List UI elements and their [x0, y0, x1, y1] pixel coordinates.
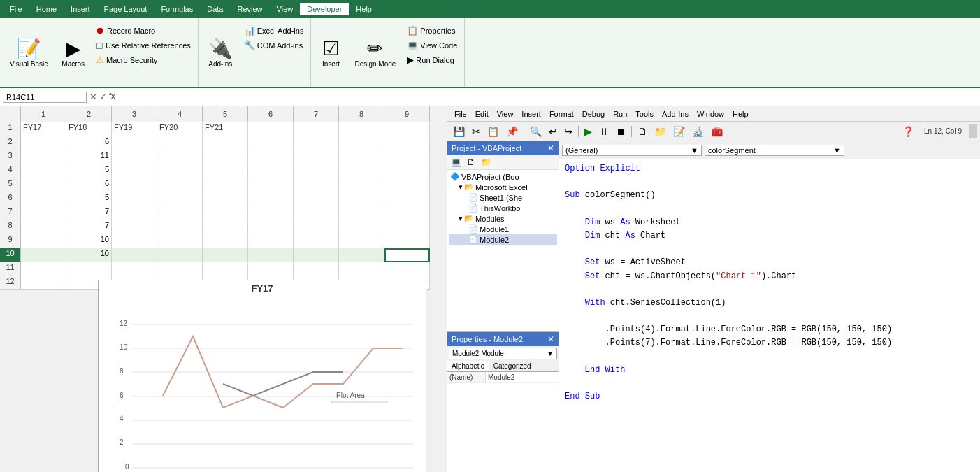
cell[interactable]	[21, 164, 66, 178]
cell[interactable]	[112, 164, 157, 178]
vbe-icon-run[interactable]: ▶	[582, 124, 595, 138]
cell[interactable]	[21, 234, 66, 248]
vbe-icon-redo[interactable]: ↪	[561, 124, 575, 138]
insert-function-icon[interactable]: fx	[109, 92, 115, 102]
record-macro-button[interactable]: ⏺ Record Macro	[93, 24, 194, 37]
chart-container[interactable]: FY17 12 10 8 6 4 2 0	[98, 280, 426, 472]
cell[interactable]	[203, 220, 248, 234]
cell[interactable]: 10	[66, 234, 112, 248]
cell[interactable]	[21, 150, 66, 164]
cell[interactable]	[384, 192, 430, 206]
properties-close[interactable]: ✕	[547, 334, 554, 344]
cell[interactable]	[21, 136, 66, 150]
cell[interactable]	[248, 234, 294, 248]
cell[interactable]	[248, 150, 294, 164]
cell[interactable]	[203, 178, 248, 192]
view-code-button[interactable]: 💻 View Code	[404, 38, 460, 52]
cell[interactable]	[203, 248, 248, 262]
excel-addins-button[interactable]: 📊 Excel Add-ins	[241, 24, 307, 37]
confirm-formula-icon[interactable]: ✓	[99, 92, 107, 102]
com-addins-button[interactable]: 🔧 COM Add-ins	[241, 38, 307, 52]
vbe-icon-paste[interactable]: 📌	[503, 124, 521, 138]
cell[interactable]	[339, 192, 384, 206]
name-box[interactable]	[3, 92, 87, 103]
vbe-menu-item-format[interactable]: Format	[545, 108, 578, 120]
prop-val-name[interactable]: Module2	[486, 372, 559, 382]
cell[interactable]	[203, 234, 248, 248]
vbe-icon-reset[interactable]: ⏹	[613, 124, 628, 138]
cell[interactable]	[66, 262, 112, 276]
vbe-icon-cut[interactable]: ✂	[469, 124, 483, 138]
tree-module2-node[interactable]: 📄 Module2	[449, 234, 557, 245]
cell[interactable]	[112, 178, 157, 192]
add-ins-button[interactable]: 🔌 Add-ins	[203, 21, 238, 84]
cell[interactable]	[248, 248, 294, 262]
cell[interactable]	[157, 206, 203, 220]
cell[interactable]	[248, 206, 294, 220]
cell[interactable]	[157, 150, 203, 164]
vbe-menu-item-edit[interactable]: Edit	[471, 108, 493, 120]
cell[interactable]	[21, 248, 66, 262]
view-code-tree-btn[interactable]: 💻	[449, 157, 463, 168]
tab-help[interactable]: Help	[349, 3, 379, 15]
vbe-icon-project[interactable]: 📁	[651, 124, 669, 138]
cell[interactable]	[294, 122, 339, 136]
cell[interactable]	[339, 220, 384, 234]
insert-control-button[interactable]: ☑ Insert	[315, 21, 346, 84]
properties-dropdown-row[interactable]: Module2 Module ▼	[449, 348, 557, 359]
cell[interactable]	[339, 178, 384, 192]
col-header-10[interactable]: 10	[430, 106, 447, 122]
cell[interactable]	[384, 220, 430, 234]
vbe-icon-copy[interactable]: 📋	[484, 124, 502, 138]
cell[interactable]	[294, 206, 339, 220]
cell[interactable]	[203, 206, 248, 220]
vbe-icon-undo[interactable]: ↩	[546, 124, 560, 138]
cell[interactable]	[294, 262, 339, 276]
vbe-icon-objbrowser[interactable]: 🔬	[689, 124, 707, 138]
macro-security-button[interactable]: ⚠ Macro Security	[93, 53, 194, 66]
cell[interactable]	[112, 248, 157, 262]
tree-ms-excel-node[interactable]: ▾ 📂 Microsoft Excel	[449, 182, 557, 192]
cell[interactable]	[112, 136, 157, 150]
properties-button[interactable]: 📋 Properties	[404, 24, 460, 37]
macros-button[interactable]: ▶ Macros	[56, 21, 90, 84]
general-dropdown[interactable]: (General) ▼	[562, 145, 702, 156]
cell[interactable]	[21, 178, 66, 192]
cell[interactable]	[384, 262, 430, 276]
cell[interactable]	[248, 136, 294, 150]
cell[interactable]	[21, 262, 66, 276]
cell[interactable]: 5	[66, 192, 112, 206]
tab-alphabetic[interactable]: Alphabetic	[447, 361, 489, 371]
cell[interactable]: 10	[66, 248, 112, 262]
cell[interactable]: FY21	[203, 122, 248, 136]
cell[interactable]	[384, 206, 430, 220]
formula-input[interactable]	[118, 93, 977, 101]
cell[interactable]	[157, 262, 203, 276]
cell[interactable]	[21, 206, 66, 220]
vbe-icon-help[interactable]: ❓	[900, 124, 917, 138]
cell[interactable]	[384, 178, 430, 192]
vbe-menu-item-addins[interactable]: Add-Ins	[658, 108, 693, 120]
cell[interactable]: 7	[66, 206, 112, 220]
col-header-2[interactable]: 2	[66, 106, 112, 122]
cell[interactable]	[294, 248, 339, 262]
cell[interactable]: FY20	[157, 122, 203, 136]
cell[interactable]	[294, 234, 339, 248]
tree-root-node[interactable]: 🔷 VBAProject (Boo	[449, 171, 557, 182]
vbe-icon-save[interactable]: 💾	[450, 124, 468, 138]
cell[interactable]	[203, 136, 248, 150]
cell[interactable]	[384, 164, 430, 178]
view-object-tree-btn[interactable]: 🗋	[465, 157, 477, 168]
cell[interactable]	[294, 164, 339, 178]
cell[interactable]	[384, 234, 430, 248]
vbe-icon-properties-win[interactable]: 📝	[670, 124, 688, 138]
cell[interactable]	[248, 220, 294, 234]
code-content[interactable]: Option Explicit Sub colorSegment() Dim w…	[559, 159, 980, 472]
tree-modules-node[interactable]: ▾ 📂 Modules	[449, 213, 557, 224]
cell[interactable]	[157, 192, 203, 206]
cell[interactable]	[112, 220, 157, 234]
tab-view[interactable]: View	[270, 3, 301, 15]
cell[interactable]	[339, 164, 384, 178]
cell[interactable]	[339, 262, 384, 276]
cell[interactable]	[294, 150, 339, 164]
